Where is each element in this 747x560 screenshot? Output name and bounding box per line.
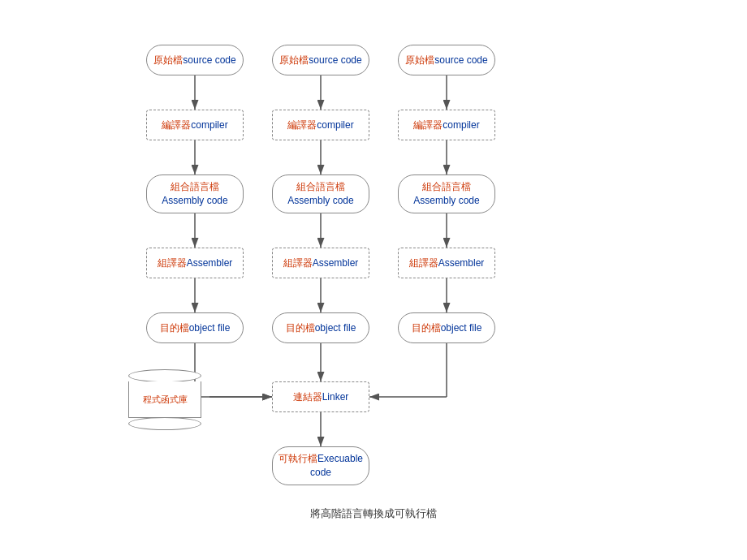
source-label-1: 原始檔source code <box>153 54 235 67</box>
object-label-2: 目的檔object file <box>286 321 356 335</box>
cylinder-bottom <box>128 417 201 430</box>
compiler-label-3: 編譯器compiler <box>413 118 479 132</box>
assembler-node-1: 組譯器Assembler <box>146 248 244 278</box>
executable-label: 可執行檔Execuable code <box>273 452 369 480</box>
object-node-2: 目的檔object file <box>272 312 369 343</box>
source-node-1: 原始檔source code <box>146 45 244 75</box>
assembler-node-2: 組譯器Assembler <box>272 248 369 278</box>
compiler-node-1: 編譯器compiler <box>146 110 244 140</box>
object-node-1: 目的檔object file <box>146 312 244 343</box>
source-label-2: 原始檔source code <box>279 54 361 67</box>
assembly-label-2: 組合語言檔Assembly code <box>287 180 353 208</box>
assembler-node-3: 組譯器Assembler <box>398 248 495 278</box>
library-label: 程式函式庫 <box>143 394 188 406</box>
linker-node: 連結器Linker <box>272 381 369 412</box>
object-label-3: 目的檔object file <box>412 321 482 335</box>
diagram-container: 原始檔source code 編譯器compiler 組合語言檔Assembly… <box>89 16 658 536</box>
source-label-3: 原始檔source code <box>405 54 487 67</box>
library-cylinder: 程式函式庫 <box>128 369 201 430</box>
cylinder-top <box>128 369 201 382</box>
assembler-label-1: 組譯器Assembler <box>158 256 233 270</box>
assembly-node-1: 組合語言檔Assembly code <box>146 174 244 213</box>
executable-node: 可執行檔Execuable code <box>272 446 369 485</box>
object-label-1: 目的檔object file <box>160 321 231 335</box>
assembler-label-2: 組譯器Assembler <box>283 256 359 270</box>
compiler-node-3: 編譯器compiler <box>398 110 495 140</box>
assembler-label-3: 組譯器Assembler <box>409 256 485 270</box>
assembly-node-2: 組合語言檔Assembly code <box>272 174 369 213</box>
assembly-node-3: 組合語言檔Assembly code <box>398 174 495 213</box>
caption: 將高階語言轉換成可執行檔 <box>89 506 658 521</box>
source-node-3: 原始檔source code <box>398 45 495 75</box>
compiler-label-2: 編譯器compiler <box>287 118 353 132</box>
cylinder-body: 程式函式庫 <box>128 381 201 418</box>
compiler-node-2: 編譯器compiler <box>272 110 369 140</box>
assembly-label-1: 組合語言檔Assembly code <box>162 180 227 208</box>
linker-label: 連結器Linker <box>293 390 349 404</box>
compiler-label-1: 編譯器compiler <box>162 118 227 132</box>
source-node-2: 原始檔source code <box>272 45 369 75</box>
object-node-3: 目的檔object file <box>398 312 495 343</box>
assembly-label-3: 組合語言檔Assembly code <box>413 180 479 208</box>
